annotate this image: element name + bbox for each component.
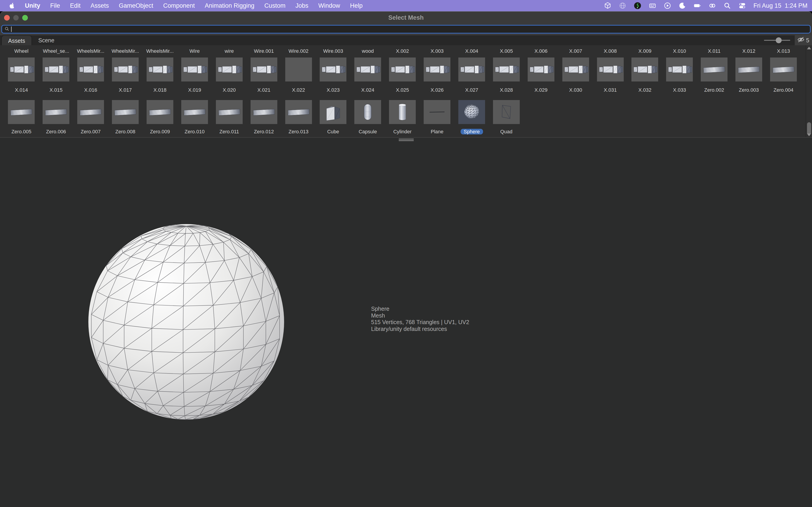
grid-cell: X.011	[708, 46, 720, 55]
menu-item-jobs[interactable]: Jobs	[291, 0, 313, 11]
green-app-badge-icon[interactable]	[634, 2, 642, 9]
search-input[interactable]	[11, 25, 810, 33]
spotlight-icon[interactable]	[723, 2, 731, 9]
asset-tile[interactable]	[285, 57, 312, 81]
asset-tile[interactable]	[493, 100, 520, 124]
cube-thumbnail	[320, 100, 346, 124]
continuity-icon[interactable]	[708, 2, 716, 9]
moon-icon[interactable]	[678, 2, 686, 9]
asset-tile[interactable]	[354, 100, 381, 124]
grid-cell: Zero.002	[704, 85, 724, 94]
asset-tile[interactable]	[458, 57, 485, 81]
zoom-button[interactable]	[22, 15, 28, 20]
asset-tile[interactable]	[77, 100, 104, 124]
asset-tile[interactable]	[8, 100, 35, 124]
ribbed-thumbnail	[112, 100, 139, 124]
play-circle-icon[interactable]	[664, 2, 671, 9]
asset-tile[interactable]	[458, 100, 485, 124]
slider-knob[interactable]	[776, 37, 782, 43]
asset-tile[interactable]	[216, 100, 243, 124]
thumbnail-zoom-slider[interactable]	[764, 35, 790, 45]
keyboard-icon[interactable]	[649, 2, 656, 9]
asset-label: Zero.003	[739, 87, 759, 93]
tab-assets[interactable]: Assets	[1, 35, 32, 45]
grid-cell	[77, 57, 104, 81]
asset-tile[interactable]	[251, 57, 277, 81]
battery-icon[interactable]	[694, 2, 701, 9]
asset-tile[interactable]	[389, 57, 416, 81]
scroll-down-icon[interactable]	[807, 133, 811, 136]
unity-icon[interactable]	[604, 2, 611, 9]
asset-label: X.022	[292, 87, 305, 93]
grid-cell: X.028	[500, 85, 513, 94]
grid-cell	[181, 100, 208, 124]
asset-tile[interactable]	[216, 57, 243, 81]
asset-tile[interactable]	[424, 57, 450, 81]
asset-tile[interactable]	[389, 100, 416, 124]
menu-item-edit[interactable]: Edit	[65, 0, 86, 11]
menu-item-animation-rigging[interactable]: Animation Rigging	[200, 0, 259, 11]
control-center-icon[interactable]	[739, 2, 746, 9]
asset-label: X.023	[327, 87, 340, 93]
wheel-thumbnail	[251, 57, 277, 81]
asset-tile[interactable]	[528, 57, 554, 81]
asset-tile[interactable]	[251, 100, 277, 124]
grid-cell: Zero.009	[150, 127, 170, 135]
menu-item-component[interactable]: Component	[158, 0, 200, 11]
select-mesh-window: Select Mesh AssetsScene 5 WheelWheel_se.…	[0, 11, 812, 507]
asset-tile[interactable]	[181, 100, 208, 124]
asset-tile[interactable]	[701, 57, 727, 81]
asset-tile[interactable]	[354, 57, 381, 81]
scroll-up-icon[interactable]	[807, 47, 811, 49]
menu-item-assets[interactable]: Assets	[86, 0, 114, 11]
apple-icon[interactable]	[5, 2, 20, 9]
menu-item-window[interactable]: Window	[313, 0, 345, 11]
asset-tile[interactable]	[43, 100, 69, 124]
asset-label: Zero.005	[11, 129, 31, 134]
globe-icon[interactable]	[619, 2, 626, 9]
menu-bar-clock[interactable]: Fri Aug 15 1:24 PM	[753, 2, 807, 9]
asset-tile[interactable]	[8, 57, 35, 81]
asset-tile[interactable]	[735, 57, 762, 81]
menu-item-custom[interactable]: Custom	[259, 0, 291, 11]
asset-label: X.006	[535, 48, 548, 54]
asset-tile[interactable]	[112, 57, 139, 81]
hidden-objects-toggle[interactable]: 5	[794, 35, 812, 45]
vertical-scrollbar[interactable]	[806, 45, 812, 137]
ribbed-thumbnail	[735, 57, 762, 81]
minimize-button[interactable]	[13, 15, 19, 20]
grid-cell: Zero.006	[46, 127, 66, 135]
wheel-thumbnail	[597, 57, 624, 81]
asset-tile[interactable]	[43, 57, 69, 81]
asset-tile[interactable]	[147, 57, 173, 81]
asset-tile[interactable]	[181, 57, 208, 81]
asset-tile[interactable]	[597, 57, 624, 81]
scrollbar-thumb[interactable]	[807, 122, 811, 135]
asset-tile[interactable]	[562, 57, 589, 81]
close-button[interactable]	[4, 15, 10, 20]
tab-scene[interactable]: Scene	[32, 35, 61, 45]
asset-tile[interactable]	[631, 57, 658, 81]
grid-cell	[770, 57, 797, 81]
menu-item-file[interactable]: File	[45, 0, 65, 11]
grid-cell	[354, 57, 381, 81]
asset-label: Zero.008	[115, 129, 135, 134]
asset-tile[interactable]	[493, 57, 520, 81]
asset-tile[interactable]	[424, 100, 450, 124]
asset-tile[interactable]	[320, 57, 346, 81]
ribbed-thumbnail	[181, 100, 208, 124]
search-field[interactable]	[1, 25, 811, 34]
asset-tile[interactable]	[112, 100, 139, 124]
asset-tile[interactable]	[147, 100, 173, 124]
asset-tile[interactable]	[666, 57, 693, 81]
asset-tile[interactable]	[285, 100, 312, 124]
asset-tile[interactable]	[320, 100, 346, 124]
asset-tile[interactable]	[770, 57, 797, 81]
title-bar[interactable]: Select Mesh	[0, 11, 812, 24]
grid-cell	[424, 100, 450, 124]
grid-cell: X.009	[639, 46, 652, 55]
menu-item-help[interactable]: Help	[345, 0, 368, 11]
menu-item-unity[interactable]: Unity	[20, 0, 45, 11]
asset-tile[interactable]	[77, 57, 104, 81]
menu-item-gameobject[interactable]: GameObject	[114, 0, 158, 11]
